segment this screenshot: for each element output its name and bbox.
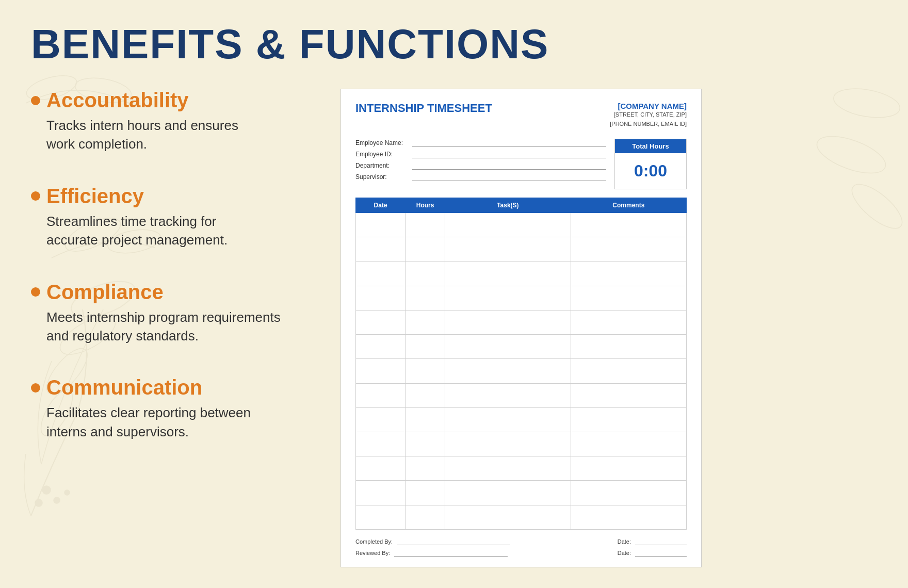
table-row [356, 335, 687, 359]
benefit-title-accountability: Accountability [46, 89, 189, 112]
benefit-title-compliance: Compliance [46, 281, 164, 304]
benefit-header-efficiency: Efficiency [31, 185, 299, 208]
table-cell [356, 237, 406, 262]
table-cell [445, 407, 571, 432]
benefit-item-compliance: Compliance Meets internship program requ… [31, 281, 299, 346]
bullet-icon-accountability [31, 96, 40, 105]
ts-date-row-1: Date: [618, 538, 687, 545]
table-cell [406, 505, 445, 529]
table-cell [406, 407, 445, 432]
table-cell [406, 311, 445, 335]
ts-department-label: Department: [355, 162, 412, 169]
benefit-title-efficiency: Efficiency [46, 185, 144, 208]
ts-table: Date Hours Task(S) Comments [355, 198, 687, 530]
table-cell [571, 262, 686, 286]
ts-field-employee-id: Employee ID: [355, 150, 606, 158]
ts-col-hours: Hours [406, 198, 445, 213]
table-row [356, 407, 687, 432]
benefit-item-efficiency: Efficiency Streamlines time tracking for… [31, 185, 299, 250]
table-row [356, 237, 687, 262]
ts-company-address: [STREET, CITY, STATE, ZIP] [610, 110, 687, 120]
ts-reviewed-by-line [394, 549, 508, 557]
benefit-desc-communication: Facilitates clear reporting between inte… [31, 403, 299, 441]
table-cell [356, 311, 406, 335]
table-cell [406, 432, 445, 456]
table-row [356, 456, 687, 481]
table-cell [571, 359, 686, 383]
table-cell [406, 456, 445, 481]
table-cell [406, 383, 445, 407]
table-cell [571, 286, 686, 310]
table-cell [356, 286, 406, 310]
page-title: BENEFITS & FUNCTIONS [31, 21, 877, 68]
table-cell [406, 335, 445, 359]
table-cell [445, 383, 571, 407]
table-cell [356, 505, 406, 529]
ts-completed-by-row: Completed By: [355, 538, 510, 545]
table-cell [571, 335, 686, 359]
table-cell [571, 481, 686, 505]
bullet-icon-efficiency [31, 191, 40, 201]
ts-company-name: [COMPANY NAME] [610, 102, 687, 110]
benefits-list: Accountability Tracks intern hours and e… [31, 89, 299, 567]
ts-col-tasks: Task(S) [445, 198, 571, 213]
benefit-desc-efficiency: Streamlines time tracking for accurate p… [31, 212, 299, 250]
ts-header: INTERNSHIP TIMESHEET [COMPANY NAME] [STR… [355, 102, 687, 128]
ts-footer: Completed By: Reviewed By: Date: Date: [355, 538, 687, 557]
ts-department-line [412, 161, 606, 170]
bullet-icon-compliance [31, 287, 40, 297]
table-cell [406, 481, 445, 505]
ts-employee-id-line [412, 150, 606, 158]
ts-total-hours-value: 0:00 [615, 153, 686, 189]
table-cell [356, 213, 406, 237]
ts-date-row-2: Date: [618, 549, 687, 557]
ts-date-line-1 [635, 538, 687, 545]
ts-field-employee-name: Employee Name: [355, 139, 606, 147]
timesheet-document: INTERNSHIP TIMESHEET [COMPANY NAME] [STR… [340, 89, 702, 567]
table-cell [356, 432, 406, 456]
table-cell [445, 237, 571, 262]
ts-total-box: Total Hours 0:00 [614, 139, 687, 189]
table-cell [571, 311, 686, 335]
ts-completed-by-label: Completed By: [355, 538, 393, 545]
ts-reviewed-by-label: Reviewed By: [355, 550, 390, 556]
table-cell [406, 213, 445, 237]
ts-field-supervisor: Supervisor: [355, 173, 606, 181]
table-row [356, 383, 687, 407]
table-cell [406, 237, 445, 262]
table-cell [571, 237, 686, 262]
table-cell [356, 262, 406, 286]
ts-supervisor-line [412, 173, 606, 181]
table-row [356, 505, 687, 529]
table-cell [445, 481, 571, 505]
main-content: Accountability Tracks intern hours and e… [31, 89, 877, 567]
ts-reviewed-by-row: Reviewed By: [355, 549, 510, 557]
ts-employee-name-label: Employee Name: [355, 139, 412, 146]
ts-fields: Employee Name: Employee ID: Department: … [355, 139, 606, 189]
benefit-header-communication: Communication [31, 376, 299, 399]
ts-date-line-2 [635, 549, 687, 557]
ts-table-body [356, 213, 687, 530]
table-row [356, 286, 687, 310]
table-cell [356, 359, 406, 383]
table-cell [571, 505, 686, 529]
table-cell [356, 481, 406, 505]
benefit-desc-compliance: Meets internship program requirements an… [31, 308, 299, 346]
ts-total-hours-label: Total Hours [615, 139, 686, 153]
table-cell [445, 359, 571, 383]
ts-col-date: Date [356, 198, 406, 213]
ts-field-department: Department: [355, 161, 606, 170]
table-row [356, 432, 687, 456]
table-cell [445, 311, 571, 335]
ts-col-comments: Comments [571, 198, 686, 213]
ts-supervisor-label: Supervisor: [355, 173, 412, 181]
table-cell [571, 407, 686, 432]
ts-footer-right: Date: Date: [618, 538, 687, 557]
benefit-desc-accountability: Tracks intern hours and ensures work com… [31, 116, 299, 154]
table-cell [445, 213, 571, 237]
ts-info-total: Employee Name: Employee ID: Department: … [355, 139, 687, 189]
table-cell [406, 286, 445, 310]
bullet-icon-communication [31, 383, 40, 393]
ts-employee-name-line [412, 139, 606, 147]
table-cell [356, 456, 406, 481]
